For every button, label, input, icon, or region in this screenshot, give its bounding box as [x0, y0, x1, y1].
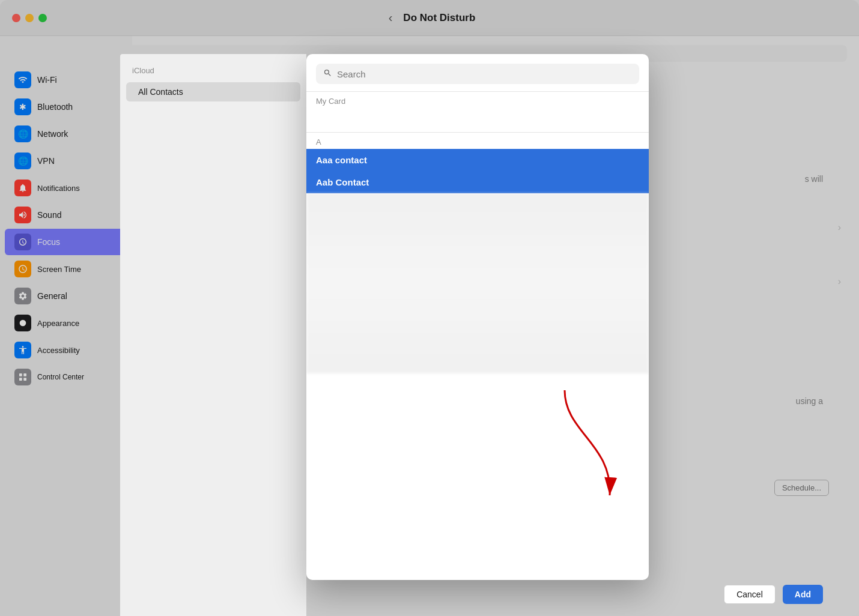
- cancel-button[interactable]: Cancel: [724, 585, 776, 604]
- modal-search-inner: [316, 64, 639, 84]
- all-contacts-group[interactable]: All Contacts: [126, 82, 300, 101]
- annotation-arrow: [553, 384, 631, 504]
- modal-footer: Cancel Add: [724, 585, 823, 604]
- modal-search-input[interactable]: [337, 69, 632, 79]
- contact-item-aab[interactable]: Aab Contact: [306, 171, 649, 193]
- add-button[interactable]: Add: [783, 585, 823, 604]
- main-window: ‹ Do Not Disturb 🔍 Wi-Fi ✱ Bluetooth 🌐 N…: [0, 0, 859, 616]
- blurred-contacts-area: [306, 193, 649, 373]
- contacts-panel: iCloud All Contacts: [120, 54, 306, 616]
- contacts-panel-group-label: iCloud: [120, 66, 306, 81]
- modal-search-icon: [323, 68, 332, 79]
- modal-search-bar: [306, 54, 649, 92]
- contact-item-aaa[interactable]: Aaa contact: [306, 149, 649, 171]
- modal-content: My Card A Aaa contact Aab Contact: [306, 92, 649, 580]
- section-letter-a: A: [306, 133, 649, 149]
- my-card-label: My Card: [316, 97, 639, 106]
- my-card-section: My Card: [306, 92, 649, 133]
